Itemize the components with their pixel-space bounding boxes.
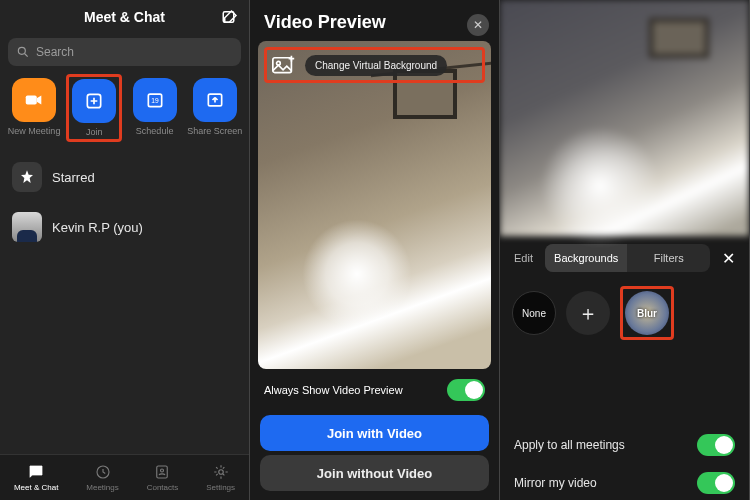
svg-rect-11 bbox=[273, 58, 292, 73]
starred-item[interactable]: Starred bbox=[0, 152, 249, 202]
close-button[interactable]: ✕ bbox=[467, 14, 489, 36]
join-without-video-button[interactable]: Join without Video bbox=[260, 455, 489, 491]
always-show-toggle[interactable] bbox=[447, 379, 485, 401]
background-blur-highlight: Blur bbox=[620, 286, 674, 340]
header: Meet & Chat bbox=[0, 0, 249, 34]
join-button[interactable]: Join bbox=[66, 74, 122, 142]
mirror-toggle[interactable] bbox=[697, 472, 735, 494]
star-icon bbox=[12, 162, 42, 192]
tab-settings[interactable]: Settings bbox=[206, 463, 235, 492]
svg-point-10 bbox=[218, 470, 223, 475]
calendar-icon: 19 bbox=[133, 78, 177, 122]
search-input[interactable]: Search bbox=[8, 38, 241, 66]
header-title: Meet & Chat bbox=[84, 9, 165, 25]
svg-point-1 bbox=[18, 47, 25, 54]
video-preview-blurred bbox=[500, 0, 749, 236]
change-virtual-background-button[interactable]: Change Virtual Background bbox=[264, 47, 485, 83]
segment-bar: Edit Backgrounds Filters ✕ bbox=[500, 236, 749, 280]
tab-meet-chat[interactable]: Meet & Chat bbox=[14, 463, 58, 492]
video-icon bbox=[12, 78, 56, 122]
segmented-control: Backgrounds Filters bbox=[545, 244, 710, 272]
meet-chat-screen: Meet & Chat Search New Meeting Join 19 S… bbox=[0, 0, 250, 500]
segment-filters[interactable]: Filters bbox=[627, 244, 710, 272]
video-preview-screen: Video Preview ✕ Change Virtual Backgroun… bbox=[250, 0, 500, 500]
new-meeting-button[interactable]: New Meeting bbox=[6, 78, 62, 142]
background-add[interactable]: ＋ bbox=[566, 291, 610, 335]
segment-backgrounds[interactable]: Backgrounds bbox=[545, 244, 628, 272]
search-placeholder: Search bbox=[36, 45, 74, 59]
search-icon bbox=[16, 45, 30, 59]
background-none[interactable]: None bbox=[512, 291, 556, 335]
background-blur[interactable]: Blur bbox=[625, 291, 669, 335]
compose-icon[interactable] bbox=[221, 8, 239, 26]
schedule-button[interactable]: 19 Schedule bbox=[127, 78, 183, 142]
video-preview: Change Virtual Background bbox=[258, 41, 491, 369]
svg-rect-2 bbox=[26, 95, 37, 104]
join-with-video-button[interactable]: Join with Video bbox=[260, 415, 489, 451]
share-icon bbox=[193, 78, 237, 122]
tab-meetings[interactable]: Meetings bbox=[86, 463, 118, 492]
svg-text:19: 19 bbox=[151, 97, 159, 104]
plus-icon bbox=[72, 79, 116, 123]
mirror-row: Mirror my video bbox=[500, 464, 749, 500]
background-options: None ＋ Blur bbox=[500, 280, 749, 346]
always-show-preview-row: Always Show Video Preview bbox=[250, 369, 499, 411]
video-preview-title: Video Preview bbox=[250, 0, 499, 41]
share-screen-button[interactable]: Share Screen bbox=[187, 78, 243, 142]
apply-all-toggle[interactable] bbox=[697, 434, 735, 456]
user-self-item[interactable]: Kevin R.P (you) bbox=[0, 202, 249, 252]
apply-all-row: Apply to all meetings bbox=[500, 426, 749, 464]
tab-bar: Meet & Chat Meetings Contacts Settings bbox=[0, 454, 249, 500]
backgrounds-screen: Edit Backgrounds Filters ✕ None ＋ Blur A… bbox=[500, 0, 750, 500]
avatar bbox=[12, 212, 42, 242]
svg-point-9 bbox=[161, 469, 164, 472]
tab-contacts[interactable]: Contacts bbox=[147, 463, 179, 492]
background-icon bbox=[271, 54, 297, 76]
quick-actions: New Meeting Join 19 Schedule Share Scree… bbox=[0, 76, 249, 152]
close-icon[interactable]: ✕ bbox=[716, 249, 741, 268]
edit-button[interactable]: Edit bbox=[508, 252, 539, 264]
